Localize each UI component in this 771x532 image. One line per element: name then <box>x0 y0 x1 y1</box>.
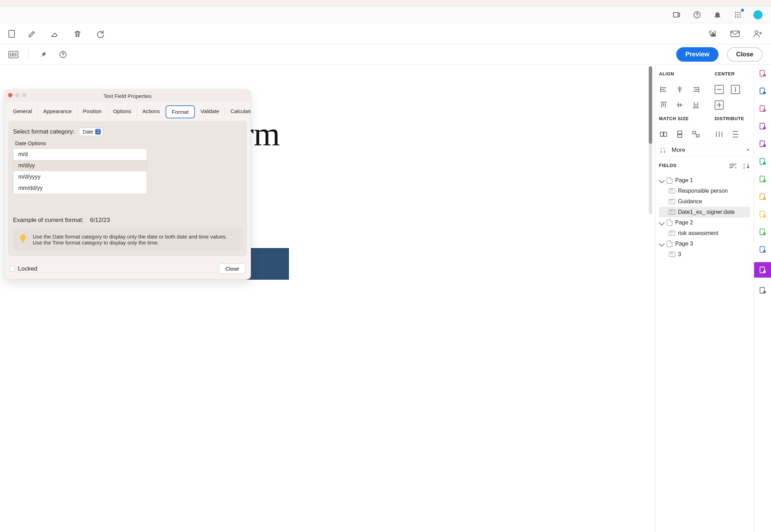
svg-rect-19 <box>16 52 17 56</box>
print-icon[interactable] <box>758 227 767 237</box>
prefs-icon[interactable] <box>758 285 767 295</box>
help-icon[interactable] <box>692 10 702 20</box>
tree-field-node[interactable]: Guidance <box>659 196 750 207</box>
tab-options[interactable]: Options <box>107 105 137 118</box>
match-width-icon[interactable] <box>659 130 668 139</box>
close-window-icon[interactable] <box>8 93 12 97</box>
highlighter-icon[interactable] <box>27 29 37 39</box>
more-button[interactable]: More <box>659 144 750 156</box>
center-both-icon[interactable] <box>715 100 724 110</box>
lightbulb-icon <box>18 234 28 243</box>
locked-checkbox[interactable]: Locked <box>10 265 37 272</box>
date-field-highlight[interactable] <box>247 248 289 280</box>
dialog-close-button[interactable]: Close <box>219 263 246 274</box>
align-center-v-icon[interactable] <box>675 100 684 110</box>
close-form-button[interactable]: Close <box>727 47 763 62</box>
select-chevron-icon <box>95 129 101 135</box>
date-format-listbox[interactable]: m/dm/d/yym/d/yyyymm/dd/yy <box>13 148 147 194</box>
comment-icon[interactable] <box>758 209 767 219</box>
doc-scroll-thumb[interactable] <box>649 66 652 144</box>
pin-icon[interactable] <box>38 50 48 60</box>
tab-calculate[interactable]: Calculate <box>225 105 251 118</box>
right-panel: ALIGN CENTER <box>655 65 754 532</box>
link-cloud-icon[interactable] <box>708 29 717 39</box>
svg-point-41 <box>763 162 766 165</box>
add-user-icon[interactable] <box>753 29 763 39</box>
redact-icon[interactable] <box>758 156 767 166</box>
barcode-icon[interactable] <box>8 50 18 60</box>
align-right-icon[interactable] <box>691 85 701 94</box>
help2-icon[interactable] <box>58 50 68 60</box>
date-format-option[interactable]: m/d <box>13 149 147 160</box>
svg-point-33 <box>763 92 766 94</box>
bell-icon[interactable] <box>713 10 722 20</box>
svg-point-7 <box>740 14 741 16</box>
protect-icon[interactable] <box>758 245 767 254</box>
text-field-icon <box>669 199 675 204</box>
checkbox-box[interactable] <box>10 266 15 272</box>
tab-validate[interactable]: Validate <box>195 105 225 118</box>
date-format-option[interactable]: m/d/yyyy <box>13 171 147 183</box>
crop-icon[interactable] <box>758 174 767 184</box>
tree-page-node[interactable]: Page 1 <box>659 175 750 186</box>
preview-button[interactable]: Preview <box>676 47 718 62</box>
trash-icon[interactable] <box>73 29 82 39</box>
document-area[interactable]: orm ds) Text Field Properties General Ap… <box>0 65 655 532</box>
tab-general[interactable]: General <box>7 105 37 118</box>
create-pdf-icon[interactable] <box>758 68 767 78</box>
mail-icon[interactable] <box>730 29 740 39</box>
match-height-icon[interactable] <box>675 130 684 139</box>
tree-field-node[interactable]: risk assessment <box>659 228 750 239</box>
user-avatar[interactable] <box>753 10 763 19</box>
tree-page-node[interactable]: Page 3 <box>659 239 750 249</box>
distribute-h-icon[interactable] <box>715 130 724 139</box>
tab-format[interactable]: Format <box>166 105 195 118</box>
svg-rect-22 <box>660 132 663 136</box>
app-grid-icon[interactable] <box>733 10 743 20</box>
fields-tree[interactable]: Page 1Responsible personGuidanceDate1_es… <box>659 175 750 260</box>
tab-actions[interactable]: Actions <box>137 105 165 118</box>
align-left-icon[interactable] <box>659 85 668 94</box>
share-tray-icon[interactable] <box>672 10 681 20</box>
center-v-icon[interactable] <box>731 85 740 94</box>
tree-field-node[interactable]: Date1_es_:signer:date <box>659 207 750 217</box>
svg-point-35 <box>763 109 766 112</box>
fields-sort-icon[interactable]: AZ <box>743 163 750 169</box>
format-category-select[interactable]: Date <box>79 128 104 136</box>
more-label: More <box>672 147 741 154</box>
eraser-icon[interactable] <box>50 29 60 39</box>
tab-appearance[interactable]: Appearance <box>37 105 77 118</box>
signer-icon[interactable] <box>758 121 767 131</box>
note-icon[interactable] <box>758 192 767 202</box>
align-center-h-icon[interactable] <box>675 85 684 94</box>
highlight-icon[interactable] <box>758 104 767 113</box>
sign-icon[interactable] <box>758 139 767 149</box>
fields-heading: FIELDS <box>659 163 677 168</box>
convert-icon[interactable] <box>758 86 767 96</box>
align-bottom-icon[interactable] <box>691 100 701 110</box>
match-both-icon[interactable] <box>691 130 701 139</box>
svg-text:Z: Z <box>743 166 745 169</box>
doc-scrollbar[interactable] <box>649 66 652 214</box>
distribute-v-icon[interactable] <box>731 130 740 139</box>
center-h-icon[interactable] <box>715 85 724 94</box>
more-caret-icon <box>746 148 750 152</box>
svg-point-31 <box>763 74 766 76</box>
format-hint: Use the Date format category to display … <box>13 229 242 250</box>
date-format-option[interactable]: mm/dd/yy <box>13 183 147 194</box>
tree-field-node[interactable]: Responsible person <box>659 186 750 196</box>
tree-page-node[interactable]: Page 2 <box>659 217 750 228</box>
dialog-titlebar[interactable]: Text Field Properties <box>5 90 251 102</box>
window-chrome-top <box>0 0 771 6</box>
align-top-icon[interactable] <box>659 100 668 110</box>
svg-point-21 <box>63 56 63 57</box>
date-format-option[interactable]: m/d/yy <box>13 160 147 171</box>
redo-icon[interactable] <box>95 29 105 39</box>
fields-filter-icon[interactable] <box>729 163 737 169</box>
document-icon[interactable] <box>8 30 15 38</box>
tree-field-node[interactable]: 3 <box>659 249 750 260</box>
svg-rect-15 <box>11 52 12 56</box>
form-icon[interactable] <box>754 262 771 278</box>
traffic-lights[interactable] <box>8 93 26 97</box>
tab-position[interactable]: Position <box>77 105 107 118</box>
